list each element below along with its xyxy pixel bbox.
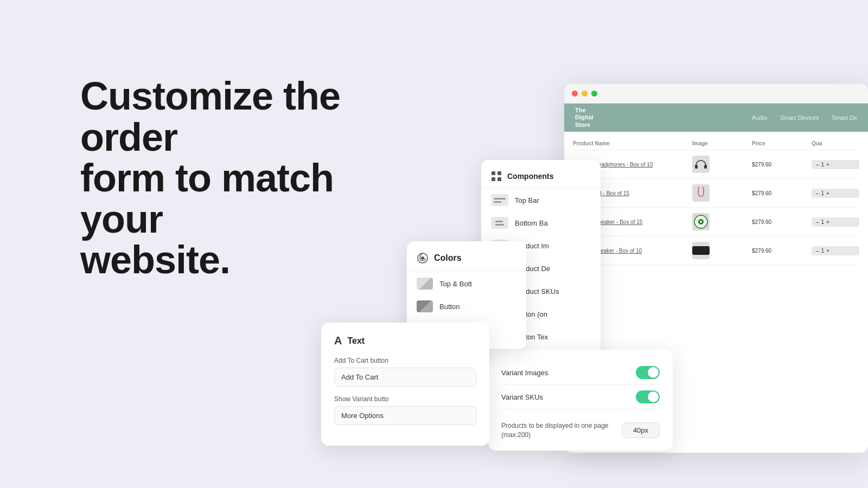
window-dot-green [591, 91, 597, 97]
products-per-page-label: Products to be displayed in one page (ma… [501, 421, 622, 440]
product-image-outdoor-speaker [692, 242, 710, 259]
text-panel: A Text Add To Cart button Show Variant b… [321, 323, 489, 446]
svg-rect-11 [497, 177, 501, 181]
svg-rect-10 [492, 177, 495, 181]
products-per-page-row: Products to be displayed in one page (ma… [501, 416, 660, 440]
add-to-cart-input[interactable] [334, 368, 476, 387]
qty-stepper-3[interactable]: –1+ [812, 217, 859, 227]
show-variant-input[interactable] [334, 406, 476, 425]
hero-section: Customize the order form to match your w… [80, 76, 395, 281]
add-to-cart-label: Add To Cart button [334, 357, 476, 364]
svg-rect-1 [704, 165, 707, 169]
components-panel-title: Components [481, 169, 601, 189]
window-dot-yellow [582, 91, 588, 97]
order-table: Product Name Image Price Qua Wireless he… [564, 132, 868, 271]
variant-images-label: Variant Images [501, 369, 548, 377]
variant-skus-row: Variant SKUs [501, 385, 660, 409]
svg-rect-8 [492, 171, 495, 175]
qty-stepper-4[interactable]: –1+ [812, 246, 859, 255]
color-top-bottom[interactable]: Top & Bott [407, 272, 526, 295]
colors-icon [417, 252, 429, 264]
bottombar-icon [491, 217, 508, 229]
settings-panel: Variant Images Variant SKUs Products to … [488, 350, 673, 451]
table-row: Smart Band - Box of 15 $279.60 –1+ [573, 179, 859, 208]
variant-images-toggle[interactable] [636, 366, 660, 379]
table-header: Product Name Image Price Qua [573, 137, 859, 150]
text-title-icon: A [334, 335, 342, 347]
products-per-page-input[interactable] [622, 422, 660, 438]
component-bottombar[interactable]: Bottom Ba [481, 211, 601, 234]
variant-skus-toggle[interactable] [636, 390, 660, 403]
product-image-headphones [692, 156, 710, 173]
nav-smart-de: Smart De [832, 114, 857, 121]
store-logo: TheDigitalStore [575, 107, 593, 129]
component-topbar[interactable]: Top Bar [481, 189, 601, 211]
browser-titlebar [564, 84, 868, 104]
product-image-smartband [692, 184, 710, 202]
hero-title: Customize the order form to match your w… [80, 76, 395, 281]
text-panel-title: A Text [334, 335, 476, 347]
svg-rect-4 [699, 198, 703, 201]
svg-point-7 [700, 221, 702, 223]
variant-images-row: Variant Images [501, 361, 660, 385]
button-swatch [417, 300, 433, 312]
store-nav: Audio Smart Devices Smart De [752, 114, 857, 121]
nav-audio: Audio [752, 114, 767, 121]
store-header: TheDigitalStore Audio Smart Devices Smar… [564, 104, 868, 132]
top-bottom-swatch [417, 278, 433, 290]
topbar-icon [491, 194, 508, 206]
svg-rect-0 [695, 165, 698, 169]
svg-rect-2 [698, 187, 704, 196]
qty-stepper-2[interactable]: –1+ [812, 189, 859, 198]
table-row: Outdoor Speaker - Box of 10 $279.60 –1+ [573, 236, 859, 265]
variant-skus-label: Variant SKUs [501, 393, 543, 401]
table-row: Portable Speaker - Box of 15 $279.60 –1+ [573, 208, 859, 236]
nav-smart-devices: Smart Devices [780, 114, 819, 121]
product-image-speaker [692, 213, 710, 230]
window-dot-red [572, 91, 578, 97]
svg-rect-3 [699, 185, 703, 188]
svg-rect-9 [497, 171, 501, 175]
colors-panel-title: Colors [407, 250, 526, 272]
show-variant-label: Show Variant butto [334, 395, 476, 403]
components-icon [491, 171, 502, 182]
qty-stepper-1[interactable]: –1+ [812, 160, 859, 169]
products-per-page-section: Products to be displayed in one page (ma… [501, 409, 660, 440]
table-row: Wireless headphones - Box of 10 $279.60 … [573, 150, 859, 179]
svg-point-14 [421, 256, 424, 260]
color-button[interactable]: Button [407, 295, 526, 318]
